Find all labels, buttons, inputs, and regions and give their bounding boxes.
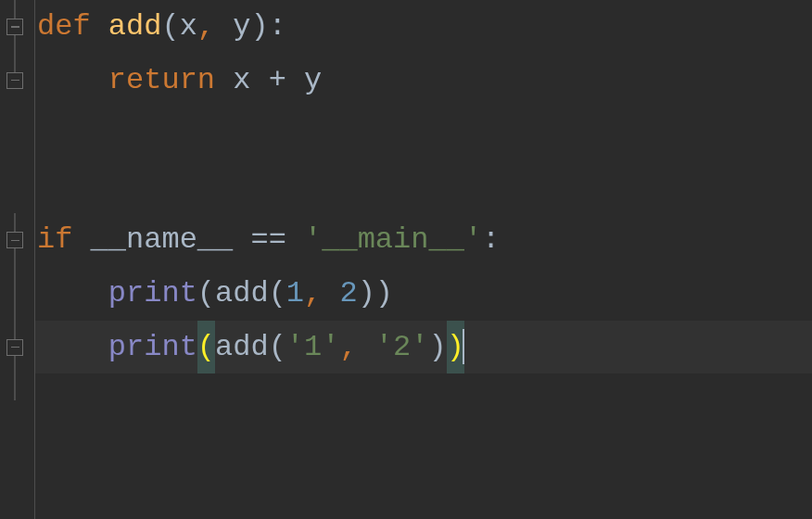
code-token: 2: [339, 267, 357, 321]
code-token: :: [482, 213, 500, 267]
code-line[interactable]: [35, 107, 812, 160]
code-line[interactable]: if __name__ == '__main__':: [35, 213, 812, 267]
fold-marker-icon[interactable]: [6, 232, 23, 248]
fold-marker-icon[interactable]: [6, 339, 23, 356]
code-token: 1: [286, 267, 304, 321]
text-cursor: [463, 329, 464, 364]
code-token: add(: [215, 321, 286, 374]
code-line[interactable]: [35, 160, 812, 214]
code-token: ,: [339, 321, 374, 374]
code-editor[interactable]: def add(x, y): return x + yif __name__ =…: [0, 0, 812, 519]
code-token: add: [108, 0, 162, 54]
code-token: def: [37, 0, 108, 54]
code-token: __name__ ==: [91, 213, 304, 267]
code-token: x + y: [233, 54, 322, 108]
code-token: ): [428, 321, 446, 374]
code-line[interactable]: return x + y: [35, 54, 812, 108]
code-token: y):: [233, 0, 286, 54]
code-token: if: [37, 213, 91, 267]
code-token: )): [358, 267, 393, 321]
code-token: [37, 267, 108, 321]
code-token: (x: [161, 0, 197, 54]
code-token: [37, 321, 108, 374]
code-token: return: [108, 54, 233, 108]
code-token: (add(: [197, 267, 286, 321]
code-line[interactable]: print(add('1', '2')): [35, 321, 812, 374]
fold-marker-icon[interactable]: [6, 19, 23, 35]
fold-marker-icon[interactable]: [6, 72, 23, 89]
code-token: print: [108, 321, 197, 374]
code-token: ,: [304, 267, 339, 321]
code-token: ,: [197, 0, 233, 54]
code-area[interactable]: def add(x, y): return x + yif __name__ =…: [35, 0, 812, 519]
gutter: [0, 0, 35, 519]
code-token: '1': [286, 321, 340, 374]
code-token: [37, 54, 108, 108]
code-line[interactable]: print(add(1, 2)): [35, 267, 812, 321]
code-token: (: [197, 321, 215, 374]
code-line[interactable]: def add(x, y):: [35, 0, 812, 54]
code-token: print: [108, 267, 197, 321]
code-token: '2': [375, 321, 429, 374]
code-token: '__main__': [304, 213, 482, 267]
